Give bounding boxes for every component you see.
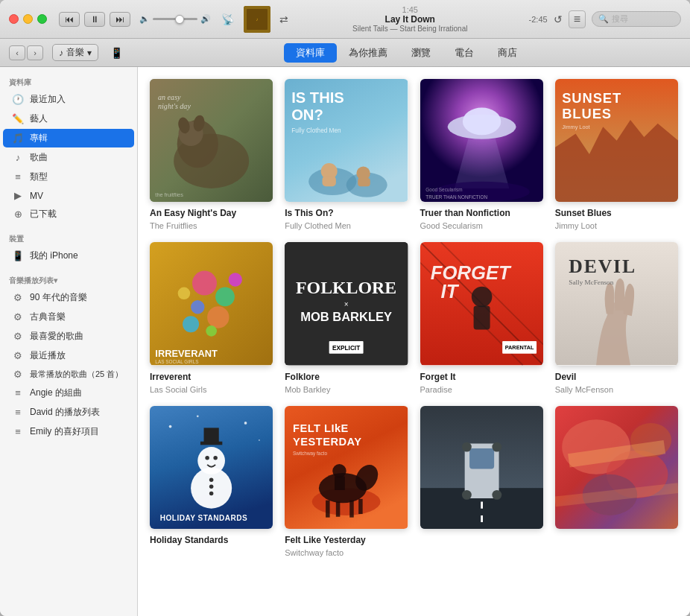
svg-point-101 [462, 489, 472, 499]
sidebar-label-recent-play: 最近播放 [30, 349, 66, 362]
album-forget-it[interactable]: FORGET IT PARENTAL Forget It Paradise [420, 242, 543, 393]
svg-text:×: × [344, 300, 349, 308]
play-pause-button[interactable]: ⏸ [84, 12, 105, 27]
album-folklore[interactable]: FOLKLORE × MOB BARKLEY EXPLICIT Folklore… [285, 242, 408, 393]
sidebar-item-90s[interactable]: ⚙ 90 年代的音樂 [3, 288, 134, 307]
svg-text:the fruitflies: the fruitflies [155, 191, 183, 198]
svg-point-85 [333, 464, 346, 477]
sidebar-item-recent-play[interactable]: ⚙ 最近播放 [3, 346, 134, 365]
sidebar-section-library: 資料庫 [0, 73, 137, 89]
album-is-this-on[interactable]: IS THIS ON? Fully Clothed Men Is This On… [285, 79, 408, 230]
svg-text:HOLIDAY STANDARDS: HOLIDAY STANDARDS [160, 514, 247, 522]
volume-track[interactable] [153, 18, 197, 20]
album-sunset-blues-artist: Jimmy Loot [555, 221, 678, 230]
sidebar-item-iphone[interactable]: 📱 我的 iPhone [3, 247, 134, 265]
playlist-gear-icon-5: ⚙ [12, 369, 24, 380]
playlist-gear-icon-4: ⚙ [12, 350, 24, 361]
nav-arrows: ‹ › [9, 45, 43, 60]
tab-store[interactable]: 商店 [486, 43, 529, 63]
album-truer[interactable]: TRUER THAN NONFICTION Good Secularism Tr… [420, 79, 543, 230]
device-button[interactable]: 📱 [110, 47, 123, 59]
svg-rect-19 [358, 178, 370, 186]
main-content: 資料庫 🕐 最近加入 ✏️ 藝人 🎵 專輯 ♪ 歌曲 ≡ 類型 [0, 67, 690, 616]
sidebar-item-artists[interactable]: ✏️ 藝人 [3, 109, 134, 128]
sidebar-item-genres[interactable]: ≡ 類型 [3, 168, 134, 186]
svg-point-41 [229, 273, 242, 287]
sidebar-item-emily[interactable]: ≡ Emily 的喜好項目 [3, 422, 134, 441]
now-playing-thumbnail[interactable]: ♪ [244, 6, 270, 33]
sidebar-item-albums[interactable]: 🎵 專輯 [3, 129, 134, 147]
section-label: 音樂 [66, 46, 84, 59]
album-irreverent[interactable]: IRREVERANT LAS SOCIAL GIRLS Irreverent L… [150, 242, 273, 393]
iphone-icon: 📱 [12, 250, 24, 261]
svg-text:EXPLICIT: EXPLICIT [332, 345, 360, 352]
sidebar-label-emily: Emily 的喜好項目 [30, 425, 99, 438]
playlist-gear-icon-1: ⚙ [12, 292, 24, 303]
album-easy-night-artist: The Fruitflies [150, 221, 273, 230]
svg-text:Good Secularism: Good Secularism [425, 187, 462, 192]
svg-text:Jimmy Loot: Jimmy Loot [562, 124, 589, 130]
svg-point-37 [215, 288, 235, 307]
airplay-icon: 📡 [221, 13, 234, 25]
song-icon: ♪ [12, 152, 24, 163]
repeat-button[interactable]: ↺ [554, 13, 563, 25]
sidebar-item-classical[interactable]: ⚙ 古典音樂 [3, 308, 134, 326]
sidebar-label-classical: 古典音樂 [30, 311, 66, 323]
svg-rect-76 [204, 428, 219, 442]
svg-rect-35 [150, 242, 273, 365]
svg-text:YESTERDAY: YESTERDAY [293, 436, 361, 448]
list-view-button[interactable]: ≡ [569, 10, 586, 28]
album-holiday[interactable]: HOLIDAY STANDARDS Holiday Standards [150, 406, 273, 557]
sidebar-item-top25[interactable]: ⚙ 最常播放的歌曲（25 首） [3, 366, 134, 383]
svg-point-78 [209, 484, 214, 489]
forward-button[interactable]: › [27, 45, 43, 60]
svg-point-77 [209, 477, 214, 482]
album-truer-title: Truer than Nonfiction [420, 208, 543, 218]
sidebar-item-favorites[interactable]: ⚙ 最喜愛的歌曲 [3, 327, 134, 346]
album-devil[interactable]: DEVIL Sally McFenson Devil Sally McFenso… [555, 242, 678, 393]
volume-control[interactable]: 🔈 🔊 [139, 14, 211, 24]
tab-library[interactable]: 資料庫 [284, 43, 337, 63]
tab-radio[interactable]: 電台 [443, 43, 486, 63]
svg-point-72 [197, 447, 225, 474]
album-abstract[interactable] [555, 406, 678, 557]
sidebar-section-playlists[interactable]: 音樂播放列表▾ [0, 271, 137, 288]
sidebar-item-david[interactable]: ≡ David 的播放列表 [3, 403, 134, 422]
tab-browse[interactable]: 瀏覽 [399, 43, 443, 63]
close-button[interactable] [9, 14, 19, 24]
sidebar-item-songs[interactable]: ♪ 歌曲 [3, 148, 134, 167]
sidebar-item-mv[interactable]: ▶ MV [3, 187, 134, 204]
now-playing-sub: Silent Tails — Start Being Irrational [352, 25, 467, 33]
album-felt-like[interactable]: FELT LIkE YESTERDAY Switchway facto Felt… [285, 406, 408, 557]
sidebar-item-downloaded[interactable]: ⊕ 已下載 [3, 205, 134, 223]
back-button[interactable]: ‹ [9, 45, 25, 60]
airplay-button[interactable]: 📡 [217, 12, 238, 27]
sidebar-item-recently-added[interactable]: 🕐 最近加入 [3, 90, 134, 109]
rewind-button[interactable]: ⏮ [59, 12, 80, 27]
album-sunset-blues[interactable]: SUNSET BLUES Jimmy Loot Sunset Blues Jim… [555, 79, 678, 230]
search-placeholder: 搜尋 [612, 13, 628, 25]
svg-point-42 [206, 326, 217, 337]
shuffle-button[interactable]: ⇄ [276, 13, 291, 25]
svg-text:FORGET: FORGET [430, 263, 511, 284]
sidebar-label-recently-added: 最近加入 [30, 93, 66, 106]
search-box[interactable]: 🔍 搜尋 [592, 11, 681, 27]
tab-recommended[interactable]: 為你推薦 [337, 43, 399, 63]
sidebar-section-devices: 裝置 [0, 229, 137, 246]
albums-grid: an easy night's day the fruitflies An Ea… [150, 79, 678, 557]
minimize-button[interactable] [23, 14, 33, 24]
sidebar-label-angie: Angie 的組曲 [30, 387, 82, 399]
section-selector[interactable]: ♪ 音樂 ▾ [52, 44, 98, 61]
fast-forward-button[interactable]: ⏭ [110, 12, 130, 27]
sidebar-label-mv: MV [30, 191, 43, 201]
album-icon: 🎵 [12, 133, 24, 144]
svg-text:TRUER THAN NONFICTION: TRUER THAN NONFICTION [425, 194, 487, 200]
maximize-button[interactable] [37, 14, 47, 24]
album-easy-night[interactable]: an easy night's day the fruitflies An Ea… [150, 79, 273, 230]
main-window: ⏮ ⏸ ⏭ 🔈 🔊 📡 ♪ [0, 0, 690, 616]
sidebar-item-angie[interactable]: ≡ Angie 的組曲 [3, 384, 134, 402]
sidebar-label-david: David 的播放列表 [30, 406, 100, 419]
volume-thumb[interactable] [175, 15, 184, 24]
svg-text:SUNSET: SUNSET [562, 90, 621, 106]
album-car[interactable] [420, 406, 543, 557]
